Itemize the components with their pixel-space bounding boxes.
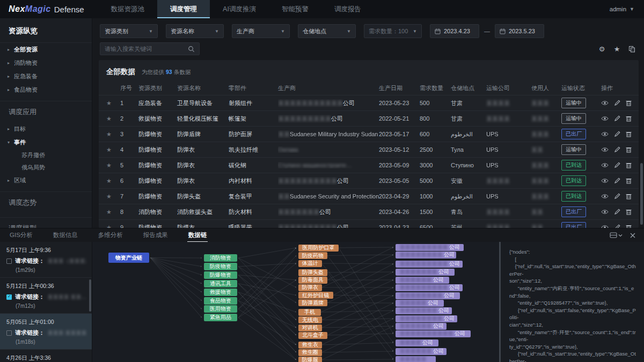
edit-icon[interactable] (614, 224, 620, 228)
table-row[interactable]: ★ 1 应急装备 卫星导航设备 射频组件 某某某某某某某某某某某公司 2023-… (99, 95, 639, 110)
request-list-scrollbar[interactable] (89, 279, 91, 312)
filter-dropdown[interactable]: 资源名称 ▼ (166, 24, 224, 38)
graph-item-node[interactable]: 防弹盾牌 (298, 299, 327, 306)
table-row[interactable]: ★ 8 消防物资 消防救援头盔 防火材料 某某某某某某某公司 2023-04-2… (99, 204, 639, 219)
request-item[interactable]: 5月05日 上午01:00 请求链接： 某某某 某某某某 某某… (1m18s) (0, 314, 92, 350)
graph-company-node[interactable]: 某某某某某某某某某公司 (396, 284, 463, 291)
graph-category-node[interactable]: 医用物资 (204, 305, 237, 313)
view-icon[interactable] (601, 209, 609, 215)
graph-item-node[interactable]: 救生圈 (298, 349, 322, 356)
graph-category-node[interactable]: 食品物资 (204, 297, 237, 305)
request-checkbox[interactable] (6, 258, 12, 264)
graph-company-node[interactable]: 某某某某某公司 (396, 300, 444, 307)
sidebar-entry[interactable]: 俄乌局势 (0, 161, 92, 174)
graph-item-node[interactable]: 体温计 (298, 260, 322, 267)
edit-icon[interactable] (614, 178, 620, 184)
graph-item-node[interactable]: 防疫药物 (298, 252, 327, 259)
graph-company-node[interactable]: 某某某某某某某某公司 (396, 252, 456, 258)
bottom-tab[interactable]: 多维分析 (97, 229, 124, 241)
view-icon[interactable] (601, 224, 609, 228)
sidebar-entry[interactable]: 调度态势 (0, 191, 92, 213)
nav-tab[interactable]: AI调度推演 (210, 0, 269, 18)
request-item[interactable]: 5月12日 上午00:36 请求链接： 某某某某 某某… (7m12s) (0, 278, 92, 314)
graph-item-node[interactable]: 防爆服 (298, 357, 322, 362)
graph-company-node[interactable]: 某某某某某某某某公司 (396, 292, 460, 299)
copy-icon[interactable] (627, 45, 636, 54)
graph-company-node[interactable]: 某某某某某某某公司 (396, 269, 455, 276)
graph-item-node[interactable]: 救生衣 (298, 342, 322, 349)
table-row[interactable]: ★ 9 防爆物资 防爆衣 呼吸器带 某某某某某某某某某某公司 2023-04-2… (99, 219, 639, 228)
graph-category-node[interactable]: 消防物资 (204, 254, 237, 262)
delete-icon[interactable] (626, 100, 632, 106)
table-row[interactable]: ★ 3 防爆物资 防弹盾牌 防护面屏 某某Sudanese Military I… (99, 126, 639, 142)
graph-company-node[interactable]: 某某某某某某某某某公司 (396, 244, 464, 251)
star-icon[interactable]: ★ (106, 115, 120, 122)
edit-icon[interactable] (614, 131, 620, 137)
favorite-icon[interactable]: ★ (612, 45, 621, 54)
graph-category-node[interactable]: 救援物资 (204, 289, 237, 296)
bottom-tab[interactable]: 报告成果 (142, 229, 169, 241)
star-icon[interactable]: ★ (106, 209, 120, 216)
table-row[interactable]: ★ 7 防爆物资 防弹头盔 复合装甲 某某Sudanese Security a… (99, 188, 639, 204)
graph-company-node[interactable]: 某某某某某某某某某某公司 (396, 330, 471, 337)
sidebar-entry[interactable]: ▾事件 (0, 136, 92, 149)
graph-company-node[interactable]: 某某某某某某公司 (396, 323, 447, 330)
date-to-picker[interactable]: 2023.5.23 (495, 24, 544, 38)
graph-item-node[interactable]: 无线电 (298, 316, 322, 323)
delete-icon[interactable] (626, 193, 632, 200)
nav-tab[interactable]: 数据资源池 (98, 0, 158, 18)
request-checkbox[interactable] (6, 330, 12, 336)
nav-tab[interactable]: 调度报告 (321, 0, 374, 18)
delete-icon[interactable] (626, 209, 632, 215)
graph-item-node[interactable]: 红外护目镜 (298, 292, 333, 299)
graph-company-node[interactable]: 某某某某某某某某公司 (396, 315, 457, 322)
delete-icon[interactable] (626, 162, 632, 168)
edit-icon[interactable] (614, 162, 620, 168)
graph-company-node[interactable]: 某某某某某某公司 (396, 277, 449, 284)
bottom-tab[interactable]: 数据信息 (52, 229, 79, 241)
star-icon[interactable]: ★ (106, 146, 120, 153)
view-icon[interactable] (601, 146, 609, 153)
delete-icon[interactable] (626, 146, 632, 153)
settings-icon[interactable]: ⚙ (597, 45, 606, 54)
graph-company-node[interactable]: 某某某某公司 (396, 339, 438, 346)
graph-category-node[interactable]: 紧急用品 (204, 314, 237, 321)
edit-icon[interactable] (614, 100, 620, 106)
graph-item-node[interactable]: 防毒面具 (298, 277, 327, 284)
sidebar-entry[interactable]: ▸区域 (0, 174, 92, 187)
view-icon[interactable] (601, 115, 609, 122)
view-icon[interactable] (601, 131, 609, 137)
delete-icon[interactable] (626, 224, 632, 228)
sidebar-entry[interactable]: 资源纵览 (0, 18, 92, 43)
request-checkbox[interactable] (6, 294, 12, 300)
bottom-tab[interactable]: GIS分析 (9, 229, 34, 241)
table-row[interactable]: ★ 2 救援物资 轻量化模压帐篷 帐篷架 某某某某某某某某某公司 2022-05… (99, 110, 639, 126)
delete-icon[interactable] (626, 115, 632, 122)
table-row[interactable]: ★ 5 防爆物资 防弹衣 碳化钢 Ступино машиностроите… … (99, 157, 639, 173)
filter-dropdown[interactable]: 仓储地点 ▼ (298, 24, 356, 38)
star-icon[interactable]: ★ (106, 131, 120, 138)
sidebar-entry[interactable]: 调度模型 (0, 217, 92, 228)
view-icon[interactable] (601, 193, 609, 200)
bottom-tab[interactable]: 数据链 (187, 229, 208, 241)
view-icon[interactable] (601, 178, 609, 184)
sidebar-entry[interactable]: ▸消防物资 (0, 56, 92, 70)
date-from-picker[interactable]: 2023.4.23 (430, 24, 479, 38)
graph-category-node[interactable]: 防疫物资 (204, 263, 237, 270)
graph-item-node[interactable]: 北斗盒子 (298, 332, 327, 339)
search-input[interactable] (105, 46, 188, 52)
delete-icon[interactable] (626, 131, 632, 137)
sidebar-entry[interactable]: ▸食品物资 (0, 83, 92, 97)
graph-company-node[interactable]: 某某某某某某公司 (396, 348, 447, 355)
sidebar-entry[interactable]: ▸全部资源 (0, 43, 92, 56)
filter-dropdown[interactable]: 资源类别 ▼ (100, 24, 158, 38)
edit-icon[interactable] (614, 115, 620, 122)
graph-category-node[interactable]: 防爆物资 (204, 271, 237, 279)
sidebar-entry[interactable]: ▸应急装备 (0, 70, 92, 83)
graph-item-node[interactable]: 对讲机 (298, 324, 322, 331)
graph-company-node[interactable]: 某某某某某某某某某公司 (396, 261, 463, 268)
data-chain-graph[interactable]: 物资产业链消防物资防疫物资防爆物资通讯工具救援物资食品物资医用物资紧急用品医用防… (92, 242, 499, 362)
sidebar-entry[interactable]: ▸目标 (0, 122, 92, 136)
view-icon[interactable] (601, 100, 609, 106)
json-detail-panel[interactable]: {"nodes": [ {"ref_id":null,"is_start":tr… (499, 242, 644, 362)
